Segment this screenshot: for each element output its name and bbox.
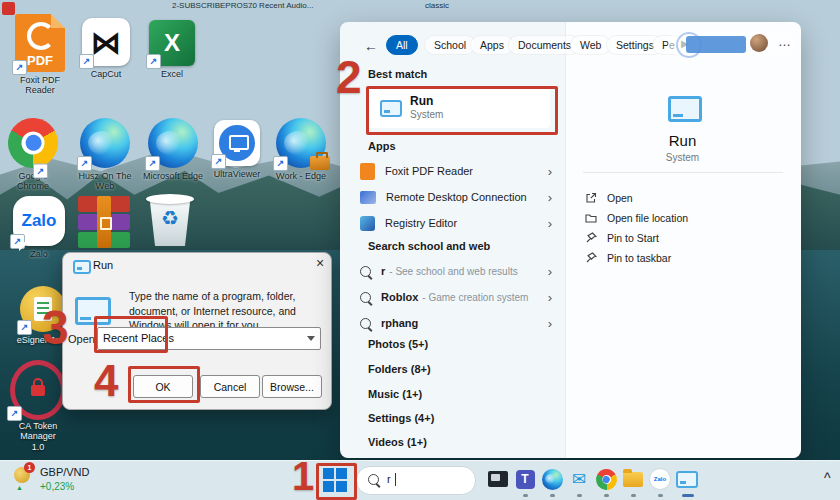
taskbar-search-input[interactable]: r (356, 466, 476, 495)
result-search-roblox[interactable]: Roblox - Game creation system › (360, 284, 556, 310)
ca-token-icon: ↗ (10, 362, 66, 418)
action-pin-to-taskbar[interactable]: Pin to taskbar (585, 248, 785, 268)
search-icon (360, 292, 371, 303)
annotation-box-run-result (366, 86, 558, 135)
desktop-icon-label: CA Token Manager (2, 421, 74, 442)
result-search-r[interactable]: r - See school and web results › (360, 258, 556, 284)
desktop-icon-recycle-bin[interactable]: ♻ (140, 192, 200, 248)
more-options-icon[interactable]: … (778, 34, 791, 49)
browse-button[interactable]: Browse... (262, 375, 322, 398)
result-registry-editor[interactable]: Registry Editor › (360, 210, 556, 236)
chevron-right-icon: › (548, 290, 552, 305)
annotation-step-1: 1 (292, 454, 314, 499)
taskbar-icon-mail[interactable]: ✉ (567, 467, 591, 491)
annotation-step-4: 4 (94, 356, 118, 406)
desktop-icon-label: Work - Edge (276, 171, 326, 181)
open-indicator (550, 494, 555, 497)
open-indicator (658, 494, 663, 497)
chevron-right-icon: › (548, 316, 552, 331)
tab-school[interactable]: School (424, 35, 476, 55)
run-dialog-title: Run (93, 259, 113, 271)
open-indicator (577, 494, 582, 497)
desktop-icon-label: Zalo (30, 249, 48, 259)
excel-icon: X ↗ (149, 20, 195, 66)
result-remote-desktop[interactable]: Remote Desktop Connection › (360, 184, 556, 210)
action-pin-to-start[interactable]: Pin to Start (585, 228, 785, 248)
desktop-icon-winrar[interactable] (74, 196, 134, 248)
shortcut-arrow-icon: ↗ (7, 406, 22, 421)
shortcut-arrow-icon: ↗ (12, 60, 27, 75)
recycle-bin-icon: ♻ (144, 192, 196, 248)
taskbar-icon-file-explorer[interactable] (621, 467, 645, 491)
desktop-icon-husz-on-the-web[interactable]: ↗ Husz On The Web (72, 118, 138, 192)
desktop-icon-label: Foxit PDF Reader (8, 75, 72, 96)
desktop-icon-zalo[interactable]: Zalo ↗ Zalo (8, 196, 70, 259)
foxit-pdf-icon (360, 163, 375, 180)
widgets-button[interactable]: 1 GBP/VND ▲ +0,23% (14, 464, 134, 496)
winrar-icon (78, 196, 130, 248)
desktop-icon-label: Microsoft Edge (143, 171, 203, 181)
open-indicator (523, 494, 528, 497)
desktop-label-cutoff-1: 2-SUBSCRIBEPROS... (172, 1, 255, 10)
cancel-button[interactable]: Cancel (200, 375, 260, 398)
result-foxit-pdf-reader[interactable]: Foxit PDF Reader › (360, 158, 556, 184)
widget-change: +0,23% (40, 481, 74, 492)
foxit-pdf-icon: PDF ↗ (15, 14, 65, 72)
divider (583, 172, 783, 173)
pin-icon (585, 232, 597, 244)
search-icon (360, 266, 371, 277)
shortcut-arrow-icon: ↗ (17, 320, 32, 335)
category-settings[interactable]: Settings (4+) (368, 412, 434, 424)
run-icon (676, 471, 698, 488)
category-music[interactable]: Music (1+) (368, 388, 422, 400)
result-search-rphang[interactable]: rphang › (360, 310, 556, 336)
pin-icon (585, 252, 597, 264)
run-icon-large (668, 96, 702, 122)
category-folders[interactable]: Folders (8+) (368, 363, 431, 375)
taskbar-icon-run[interactable] (675, 467, 699, 491)
folder-icon (585, 212, 597, 224)
run-icon (73, 260, 91, 274)
close-icon[interactable]: × (311, 255, 329, 273)
desktop-icon-foxit[interactable]: PDF ↗ Foxit PDF Reader (8, 14, 72, 96)
category-videos[interactable]: Videos (1+) (368, 436, 427, 448)
desktop-icon-work-edge[interactable]: ↗ Work - Edge (270, 118, 332, 181)
shortcut-arrow-icon: ↗ (33, 164, 48, 179)
taskbar-icon-edge[interactable] (540, 467, 564, 491)
ultraviewer-icon: ↗ (214, 120, 260, 166)
shortcut-arrow-icon: ↗ (273, 156, 288, 171)
action-open-file-location[interactable]: Open file location (585, 208, 785, 228)
desktop-icon-ultraviewer[interactable]: ↗ UltraViewer (208, 120, 266, 179)
annotation-step-3: 3 (42, 300, 69, 355)
zalo-icon: Zalo ↗ (13, 196, 65, 246)
taskbar-icon-chrome[interactable] (594, 467, 618, 491)
edge-icon: ↗ (80, 118, 130, 168)
teams-icon: T (516, 470, 535, 489)
desktop-icon-excel[interactable]: X ↗ Excel (144, 20, 200, 79)
avatar[interactable] (750, 34, 768, 52)
annotation-box-ok (128, 366, 200, 403)
chevron-down-icon[interactable] (307, 336, 315, 341)
edge-icon: ↗ (276, 118, 326, 168)
tab-all[interactable]: All (386, 35, 418, 55)
task-view-icon (488, 471, 508, 487)
edge-icon (542, 469, 563, 490)
lock-icon (31, 385, 45, 396)
chevron-right-icon: › (548, 190, 552, 205)
taskbar-icon-task-view[interactable] (486, 467, 510, 491)
shortcut-arrow-icon: ↗ (79, 54, 94, 69)
tray-chevron-icon[interactable]: ^ (824, 470, 831, 486)
desktop-icon-capcut[interactable]: ⋈ ↗ CapCut (76, 18, 136, 79)
shortcut-arrow-icon: ↗ (10, 234, 25, 249)
desktop-label-cutoff-2: 70 Recent Audio... (248, 1, 313, 10)
category-photos[interactable]: Photos (5+) (368, 338, 428, 350)
taskbar-icon-zalo[interactable]: Zalo (648, 467, 672, 491)
back-icon[interactable]: ← (364, 38, 378, 54)
taskbar-icon-teams[interactable]: T (513, 467, 537, 491)
desktop-icon-microsoft-edge[interactable]: ↗ Microsoft Edge (142, 118, 204, 181)
desktop-icon-google-chrome[interactable]: ↗ Google Chrome (2, 118, 64, 192)
chrome-icon: ↗ (0, 109, 67, 177)
action-open[interactable]: Open (585, 188, 785, 208)
detail-title: Run (565, 132, 800, 149)
edge-icon: ↗ (148, 118, 198, 168)
